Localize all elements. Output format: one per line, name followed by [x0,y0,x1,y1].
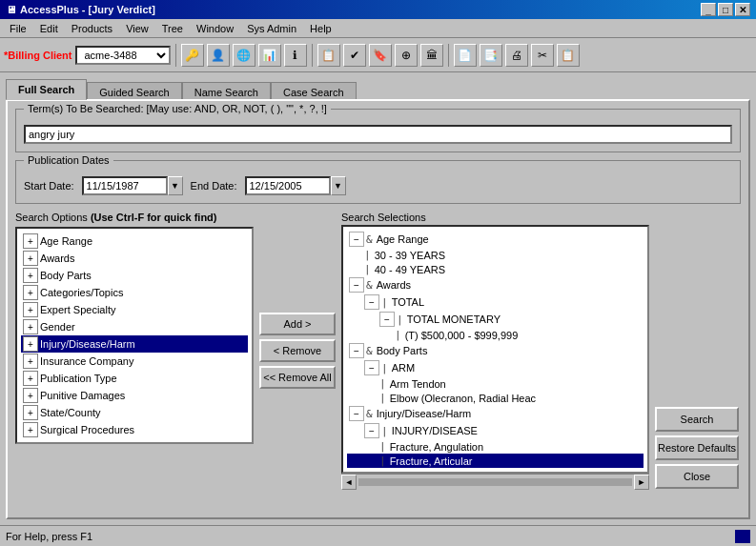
menu-help[interactable]: Help [304,21,337,36]
billing-client-combo[interactable]: acme-3488 [75,46,171,65]
search-term-input[interactable] [24,125,732,144]
tree-expander-icon[interactable]: + [23,302,38,317]
toolbar-btn-2[interactable]: 👤 [207,44,230,67]
sel-expander-icon[interactable]: − [349,343,364,358]
tree-expander-icon[interactable]: + [23,371,38,386]
selection-item[interactable]: −| TOTAL MONETARY [347,311,644,328]
sel-expander-icon[interactable]: − [379,312,395,327]
sel-expander-icon[interactable]: − [349,406,364,421]
tree-expander-icon[interactable]: + [23,251,38,266]
tree-item[interactable]: +Expert Specialty [21,301,248,318]
tree-item-label: Age Range [40,235,92,247]
tree-expander-icon[interactable]: + [23,319,38,334]
menu-products[interactable]: Products [66,21,118,36]
tree-expander-icon[interactable]: + [23,285,38,300]
tree-item[interactable]: +Injury/Disease/Harm [21,335,248,353]
scroll-right-btn[interactable]: ► [634,475,649,490]
sel-expander-icon[interactable]: − [349,232,364,247]
selection-item[interactable]: | Elbow (Olecranon, Radial Heac [347,391,644,405]
menu-window[interactable]: Window [191,21,239,36]
tree-expander-icon[interactable]: + [23,233,38,249]
toolbar-btn-15[interactable]: 📋 [557,44,580,67]
end-date-dropdown[interactable]: ▼ [331,176,346,195]
tree-item[interactable]: +Punitive Damages [21,387,248,404]
horizontal-scrollbar[interactable]: ◄ ► [341,474,649,489]
sel-expander-icon[interactable]: − [364,423,379,438]
tree-expander-icon[interactable]: + [23,388,38,403]
maximize-button[interactable]: □ [718,3,733,16]
selection-item[interactable]: | (T) $500,000 - $999,999 [347,328,644,342]
selection-item[interactable]: −& Injury/Disease/Harm [347,405,644,422]
tree-expander-icon[interactable]: + [23,405,38,420]
minimize-button[interactable]: _ [701,3,716,16]
selection-item[interactable]: −| INJURY/DISEASE [347,422,644,439]
toolbar-btn-10[interactable]: 🏛 [420,44,443,67]
tree-expander-icon[interactable]: + [23,268,38,283]
title-bar: 🖥 AccessPlus - [Jury Verdict] _ □ ✕ [0,0,756,19]
toolbar-btn-12[interactable]: 📑 [480,44,502,67]
menu-view[interactable]: View [120,21,154,36]
toolbar-separator-2 [312,44,313,67]
tree-expander-icon[interactable]: + [23,336,38,352]
menu-file[interactable]: File [4,21,32,36]
start-date-dropdown[interactable]: ▼ [168,176,183,195]
selection-item[interactable]: −| TOTAL [347,293,644,311]
remove-button[interactable]: < Remove [259,339,336,362]
menu-tree[interactable]: Tree [156,21,189,36]
selections-inner[interactable]: −& Age Range| 30 - 39 YEARS| 40 - 49 YEA… [343,227,647,472]
add-button[interactable]: Add > [259,313,336,335]
tree-item[interactable]: +Insurance Company [21,353,248,370]
toolbar-btn-7[interactable]: ✔ [343,44,366,67]
end-date-input[interactable] [245,176,331,195]
toolbar-btn-1[interactable]: 🔑 [181,44,204,67]
toolbar-btn-3[interactable]: 🌐 [233,44,255,67]
sel-expander-icon[interactable]: − [364,294,379,310]
selection-item[interactable]: | 30 - 39 YEARS [347,248,644,262]
selection-item[interactable]: | Arm Tendon [347,376,644,391]
toolbar-btn-4[interactable]: 📊 [258,44,281,67]
toolbar-btn-14[interactable]: ✂ [531,44,554,67]
toolbar-btn-5[interactable]: ℹ [284,44,307,67]
start-date-input[interactable] [82,176,168,195]
tree-item[interactable]: +Awards [21,250,248,267]
sel-expander-icon[interactable]: − [364,360,379,375]
selection-item[interactable]: −& Body Parts [347,342,644,359]
tree-item[interactable]: +Categories/Topics [21,284,248,301]
tree-item[interactable]: +Body Parts [21,267,248,284]
sel-label: 30 - 39 YEARS [375,250,445,261]
selection-item[interactable]: −| ARM [347,359,644,376]
tab-bar: Full Search Guided Search Name Search Ca… [6,78,750,99]
search-options-tree[interactable]: +Age Range+Awards+Body Parts+Categories/… [15,227,254,444]
scroll-left-btn[interactable]: ◄ [341,475,357,490]
selection-item[interactable]: −& Age Range [347,231,644,248]
selection-item[interactable]: | Fracture, Articular [347,454,644,468]
sel-expander-icon[interactable]: − [349,277,364,293]
selection-item[interactable]: | Fracture, Angulation [347,439,644,454]
menu-sysadmin[interactable]: Sys Admin [241,21,302,36]
toolbar-btn-9[interactable]: ⊕ [395,44,418,67]
toolbar-btn-13[interactable]: 🖨 [505,44,528,67]
menu-edit[interactable]: Edit [34,21,64,36]
tree-expander-icon[interactable]: + [23,354,38,369]
tree-item[interactable]: +Publication Type [21,370,248,387]
toolbar-btn-8[interactable]: 🔖 [369,44,392,67]
tree-item[interactable]: +Gender [21,318,248,335]
scroll-track[interactable] [358,478,632,486]
start-date-wrapper: ▼ [82,176,183,195]
toolbar-btn-6[interactable]: 📋 [317,44,340,67]
restore-defaults-button[interactable]: Restore Defaults [655,435,739,460]
tab-full-search[interactable]: Full Search [6,79,87,100]
tree-item[interactable]: +Age Range [21,233,248,250]
tree-item[interactable]: +Surgical Procedures [21,421,248,438]
tree-item[interactable]: +State/County [21,404,248,421]
selection-item[interactable]: −& Awards [347,276,644,293]
sel-label: INJURY/DISEASE [392,425,478,436]
tree-expander-icon[interactable]: + [23,422,38,437]
close-button-main[interactable]: Close [655,464,739,489]
close-button[interactable]: ✕ [735,3,750,16]
remove-all-button[interactable]: << Remove All [259,366,336,389]
sel-prefix: | [379,455,386,467]
selection-item[interactable]: | 40 - 49 YEARS [347,262,644,276]
search-button[interactable]: Search [655,407,739,432]
toolbar-btn-11[interactable]: 📄 [454,44,477,67]
